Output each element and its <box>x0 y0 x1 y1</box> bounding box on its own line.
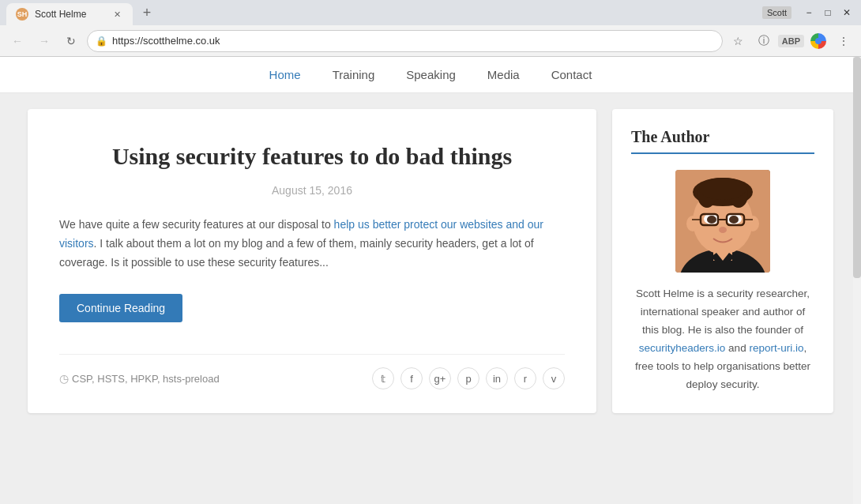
chrome-icon <box>810 33 826 49</box>
author-bio-text: Scott Helme is a security researcher, in… <box>636 288 810 336</box>
tab-close-button[interactable]: ✕ <box>111 8 123 21</box>
svg-point-8 <box>686 216 699 231</box>
securityheaders-link[interactable]: securityheaders.io <box>639 342 726 354</box>
reload-button[interactable]: ↻ <box>60 30 82 52</box>
main-layout: Using security features to do bad things… <box>12 93 849 429</box>
title-bar: SH Scott Helme ✕ + Scott − □ ✕ <box>0 0 861 25</box>
minimize-button[interactable]: − <box>801 5 817 21</box>
page-content: Home Training Speaking Media Contact Usi… <box>0 57 861 504</box>
continue-reading-button[interactable]: Continue Reading <box>59 294 182 322</box>
author-section-title: The Author <box>631 128 814 146</box>
nav-media[interactable]: Media <box>487 68 520 81</box>
twitter-share-icon[interactable]: 𝕥 <box>372 367 394 389</box>
window-label: Scott <box>762 6 791 19</box>
info-button[interactable]: ⓘ <box>753 30 775 52</box>
tags-text: CSP, HSTS, HPKP, hsts-preload <box>72 373 220 385</box>
author-card: The Author <box>612 109 833 413</box>
back-button[interactable]: ← <box>6 30 28 52</box>
browser-toolbar: ← → ↻ 🔒 https://scotthelme.co.uk ☆ ⓘ ABP… <box>0 25 861 57</box>
author-title-underline <box>631 152 814 154</box>
sidebar: The Author <box>612 109 833 413</box>
chrome-sync-button[interactable] <box>807 30 829 52</box>
author-bio-mid: and <box>725 342 749 354</box>
menu-button[interactable]: ⋮ <box>833 30 855 52</box>
excerpt-link-help[interactable]: help us better protect our websites and … <box>59 218 543 250</box>
pinterest-share-icon[interactable]: p <box>457 367 479 389</box>
scrollbar-track[interactable] <box>853 57 861 504</box>
close-button[interactable]: ✕ <box>839 5 855 21</box>
site-navigation: Home Training Speaking Media Contact <box>0 57 861 93</box>
article-title: Using security features to do bad things <box>59 141 565 171</box>
facebook-share-icon[interactable]: f <box>400 367 423 389</box>
svg-point-19 <box>719 227 727 233</box>
lock-icon: 🔒 <box>96 36 107 47</box>
author-avatar <box>675 170 770 273</box>
abp-badge: ABP <box>778 35 804 47</box>
nav-training[interactable]: Training <box>333 68 375 81</box>
tab-favicon: SH <box>16 8 28 21</box>
googleplus-share-icon[interactable]: g+ <box>429 367 451 389</box>
author-avatar-wrapper <box>631 170 814 273</box>
nav-home[interactable]: Home <box>269 68 301 81</box>
url-text: https://scotthelme.co.uk <box>112 35 714 47</box>
article-card: Using security features to do bad things… <box>28 109 596 413</box>
svg-point-9 <box>746 216 759 231</box>
scrollbar-thumb[interactable] <box>853 57 861 278</box>
forward-button[interactable]: → <box>33 30 55 52</box>
article-excerpt: We have quite a few security features at… <box>59 216 565 272</box>
article-tags: ◷ CSP, HSTS, HPKP, hsts-preload <box>59 372 220 385</box>
active-tab[interactable]: SH Scott Helme ✕ <box>6 3 133 25</box>
vk-share-icon[interactable]: v <box>543 367 565 389</box>
article-footer: ◷ CSP, HSTS, HPKP, hsts-preload 𝕥 f g+ p… <box>59 354 565 389</box>
svg-point-13 <box>729 216 739 224</box>
avatar-image <box>675 170 770 273</box>
reporturi-link[interactable]: report-uri.io <box>749 342 803 354</box>
tag-icon: ◷ <box>59 372 69 385</box>
reddit-share-icon[interactable]: r <box>514 367 536 389</box>
article-date: August 15, 2016 <box>59 184 565 197</box>
toolbar-icons: ☆ ⓘ ABP ⋮ <box>728 30 855 52</box>
bookmark-button[interactable]: ☆ <box>728 30 750 52</box>
linkedin-share-icon[interactable]: in <box>486 367 508 389</box>
nav-contact[interactable]: Contact <box>551 68 592 81</box>
window-controls: Scott − □ ✕ <box>762 5 855 21</box>
new-tab-button[interactable]: + <box>136 2 158 24</box>
maximize-button[interactable]: □ <box>820 5 836 21</box>
address-bar[interactable]: 🔒 https://scotthelme.co.uk <box>87 30 723 52</box>
tab-title: Scott Helme <box>35 9 104 20</box>
browser-window: SH Scott Helme ✕ + Scott − □ ✕ ← → ↻ 🔒 h… <box>0 0 861 504</box>
social-share-icons: 𝕥 f g+ p in r v <box>372 367 565 389</box>
nav-speaking[interactable]: Speaking <box>406 68 456 81</box>
svg-point-12 <box>707 216 716 224</box>
svg-point-7 <box>699 178 746 200</box>
author-bio: Scott Helme is a security researcher, in… <box>631 285 814 394</box>
